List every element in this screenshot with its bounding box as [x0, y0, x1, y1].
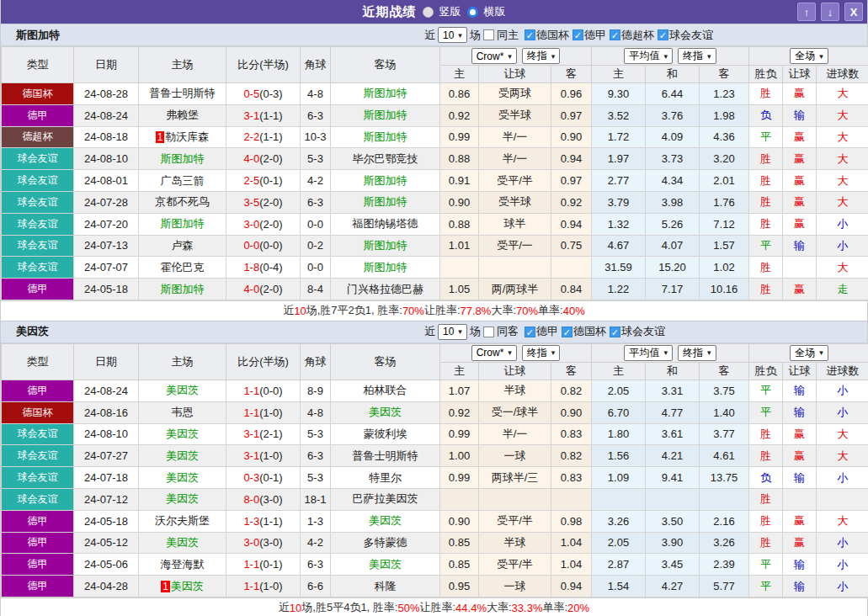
score: 4-0(2-0) [226, 148, 301, 170]
avg-final-select[interactable]: 终指▾ [678, 345, 716, 361]
summary-segment: 20% [567, 602, 589, 614]
halftime-score: (1-0) [259, 580, 282, 592]
away-team-name: 斯图加特 [364, 130, 407, 143]
avg-home: 31.59 [592, 257, 646, 279]
avg-final-select[interactable]: 终指▾ [678, 48, 716, 64]
match-count-select[interactable]: 10▾ [438, 324, 467, 340]
avg-away: 2.39 [700, 554, 749, 576]
fulltime-select[interactable]: 全场▾ [790, 48, 828, 64]
move-down-button[interactable]: ↓ [821, 3, 839, 21]
avg-home: 1.54 [592, 576, 646, 597]
league-checkbox[interactable]: ✓ [572, 29, 583, 40]
result-handicap [783, 257, 817, 279]
column-header: 客场 [331, 47, 440, 83]
match-date: 24-08-01 [74, 170, 139, 192]
match-row: 德甲24-05-12美因茨3-0(3-0)4-2多特蒙德0.85半球1.042.… [2, 532, 868, 554]
odds-away: 0.97 [551, 104, 592, 126]
avg-away: 1.02 [700, 257, 749, 279]
avg-draw: 3.98 [646, 191, 700, 213]
odds-home: 1.00 [440, 445, 479, 467]
league-checkbox-label: 德国杯 [573, 324, 606, 339]
league-badge: 德国杯 [2, 401, 74, 423]
match-count-select[interactable]: 10▾ [438, 27, 467, 43]
odds-home: 1.05 [440, 279, 479, 300]
vertical-layout-radio[interactable] [423, 7, 434, 18]
result-goals: 大 [817, 148, 868, 170]
league-checkbox[interactable]: ✓ [610, 327, 620, 337]
halftime-score: (2-0) [259, 196, 282, 209]
same-away-checkbox[interactable] [483, 327, 494, 337]
odds-away: 0.92 [551, 191, 592, 213]
fulltime-score: 0-5 [243, 88, 259, 100]
move-up-button[interactable]: ↑ [797, 3, 816, 21]
odds-final-select[interactable]: 终指▾ [522, 48, 561, 64]
column-header: 日期 [74, 343, 139, 380]
match-row: 球会友谊24-07-18美因茨0-3(0-1)5-3特里尔0.99两球半/三0.… [2, 467, 868, 489]
odds-away: 0.84 [551, 279, 592, 300]
league-checkbox[interactable]: ✓ [525, 327, 535, 337]
league-badge: 球会友谊 [2, 423, 74, 445]
home-team: 沃尔夫斯堡 [139, 510, 226, 532]
chevron-down-icon: ▾ [458, 31, 462, 40]
match-date: 24-07-13 [74, 235, 139, 257]
league-badge: 球会友谊 [2, 488, 74, 510]
halftime-score: (2-0) [259, 218, 282, 231]
home-team: 京都不死鸟 [139, 191, 226, 213]
fulltime-score: 1-1 [243, 558, 259, 571]
chevron-down-icon: ▾ [663, 348, 668, 357]
avg-source-select[interactable]: 平均值▾ [624, 48, 673, 64]
select-value: Crow* [477, 50, 504, 62]
column-header: 角球 [301, 47, 331, 83]
league-checkbox[interactable]: ✓ [525, 29, 535, 40]
league-checkbox[interactable]: ✓ [562, 327, 572, 337]
league-badge: 球会友谊 [2, 257, 74, 279]
away-team-name: 美因茨 [369, 558, 402, 571]
away-team: 科隆 [331, 576, 440, 597]
odds-home: 1.07 [440, 380, 479, 401]
odds-source-select[interactable]: Crow*▾ [471, 345, 517, 361]
odds-final-select[interactable]: 终指▾ [522, 345, 561, 361]
matches-table: 类型日期主场比分(半场)角球客场Crow*▾终指▾平均值▾终指▾全场▾主让球客主… [1, 343, 868, 597]
match-date: 24-08-18 [74, 126, 139, 148]
handicap: 半球 [479, 532, 551, 554]
odds-away: 0.75 [551, 235, 592, 257]
odds-home: 0.99 [440, 467, 479, 489]
home-team: 海登海默 [139, 554, 226, 576]
avg-source-select[interactable]: 平均值▾ [624, 345, 673, 361]
odds-away: 1.04 [551, 532, 592, 554]
fulltime-select[interactable]: 全场▾ [790, 345, 828, 361]
halftime-score: (0-1) [259, 558, 282, 571]
avg-home: 2.05 [592, 532, 646, 554]
team-section-mainz: 美因茨 近 10▾ 场 同客 ✓德甲✓德国杯✓球会友谊 类型日期主场比分(半场)… [1, 321, 867, 616]
chevron-down-icon: ▾ [508, 52, 512, 61]
handicap: 半/一 [479, 423, 551, 445]
avg-draw: 7.17 [646, 279, 700, 300]
avg-home: 2.87 [592, 554, 646, 576]
match-row: 德国杯24-08-16韦恩1-1(1-0)4-8美因茨0.92受一/球半0.90… [2, 401, 868, 423]
odds-away: 0.83 [551, 467, 592, 489]
result-handicap [783, 488, 817, 510]
away-team-name: 美因茨 [369, 514, 402, 527]
away-team-name: 特里尔 [369, 471, 402, 484]
close-button[interactable]: X [844, 3, 863, 21]
result-goals: 大 [817, 83, 868, 105]
league-checkbox[interactable]: ✓ [610, 29, 620, 40]
corner: 6-6 [301, 576, 331, 597]
odds-source-select[interactable]: Crow*▾ [471, 48, 517, 64]
score: 0-3(0-1) [226, 467, 301, 489]
avg-away: 4.36 [700, 126, 749, 148]
same-home-checkbox[interactable] [483, 29, 494, 40]
result-goals: 大 [817, 170, 868, 192]
home-team-name: 斯图加特 [161, 152, 205, 165]
home-team-name: 美因茨 [171, 580, 204, 592]
home-team-name: 韦恩 [172, 406, 194, 418]
halftime-score: (2-0) [259, 283, 282, 295]
handicap: 两/两球半 [479, 279, 551, 300]
away-team: 斯图加特 [331, 235, 440, 257]
horizontal-layout-radio[interactable] [467, 7, 478, 18]
league-checkbox[interactable]: ✓ [658, 29, 668, 40]
odds-home: 0.90 [440, 191, 479, 213]
column-subheader: 主 [440, 66, 479, 83]
match-date: 24-07-07 [74, 257, 139, 279]
avg-home: 1.56 [592, 445, 646, 467]
